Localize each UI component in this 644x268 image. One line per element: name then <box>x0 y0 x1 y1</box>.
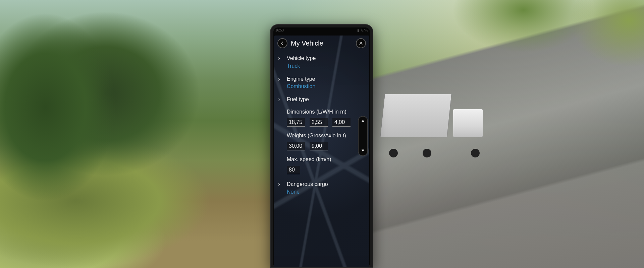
row-engine-type[interactable]: Engine type Combustion <box>277 73 356 94</box>
scroll-down-button[interactable] <box>361 148 365 153</box>
phone-frame: 16:53 ▮ 67% My Vehicle Vehicle type Truc… <box>270 24 373 268</box>
fuel-type-label: Fuel type <box>287 96 356 103</box>
trees-foreground <box>0 0 302 268</box>
chevron-right-icon <box>277 56 281 61</box>
dimensions-label: Dimensions (L/W/H in m) <box>277 107 356 117</box>
close-icon <box>359 41 363 46</box>
dimensions-inputs: 18,75 2,55 4,00 <box>277 117 356 131</box>
row-vehicle-type[interactable]: Vehicle type Truck <box>277 52 356 73</box>
svg-marker-3 <box>362 150 364 152</box>
max-speed-input[interactable]: 80 <box>287 166 300 174</box>
dangerous-cargo-label: Dangerous cargo <box>287 181 356 188</box>
scrollbar[interactable] <box>358 116 368 156</box>
trees-background <box>342 0 644 100</box>
battery-icon: ▮ <box>357 28 359 32</box>
row-fuel-type[interactable]: Fuel type <box>277 93 356 107</box>
status-battery: 67% <box>361 28 368 32</box>
engine-type-value: Combustion <box>287 83 356 90</box>
page-title: My Vehicle <box>291 40 323 47</box>
vehicle-type-value: Truck <box>287 63 356 70</box>
max-speed-inputs: 80 <box>277 164 356 178</box>
app-content: Vehicle type Truck Engine type Combustio… <box>274 52 369 267</box>
dimension-width-input[interactable]: 2,55 <box>310 118 328 127</box>
phone-status-bar: 16:53 ▮ 67% <box>271 25 373 36</box>
row-dangerous-cargo[interactable]: Dangerous cargo None <box>277 178 356 199</box>
app-header: My Vehicle <box>274 36 369 52</box>
status-time: 16:53 <box>275 28 284 32</box>
weights-inputs: 30,00 9,00 <box>277 141 356 154</box>
dimension-height-input[interactable]: 4,00 <box>332 118 351 127</box>
back-button[interactable] <box>277 38 287 48</box>
chevron-right-icon <box>277 182 281 187</box>
truck-illustration <box>382 94 483 154</box>
chevron-left-icon <box>280 41 285 46</box>
svg-marker-2 <box>362 120 364 122</box>
app-screen: My Vehicle Vehicle type Truck Engine typ… <box>274 36 369 267</box>
chevron-right-icon <box>277 97 281 102</box>
dimension-length-input[interactable]: 18,75 <box>287 118 305 127</box>
dangerous-cargo-value: None <box>287 189 356 196</box>
vehicle-type-label: Vehicle type <box>287 55 356 62</box>
engine-type-label: Engine type <box>287 76 356 83</box>
chevron-right-icon <box>277 77 281 82</box>
weight-gross-input[interactable]: 30,00 <box>287 142 305 150</box>
weight-axle-input[interactable]: 9,00 <box>310 142 328 150</box>
scroll-up-button[interactable] <box>361 119 365 124</box>
weights-label: Weights (Gross/Axle in t) <box>277 131 356 141</box>
max-speed-label: Max. speed (km/h) <box>277 154 356 164</box>
close-button[interactable] <box>356 38 366 48</box>
